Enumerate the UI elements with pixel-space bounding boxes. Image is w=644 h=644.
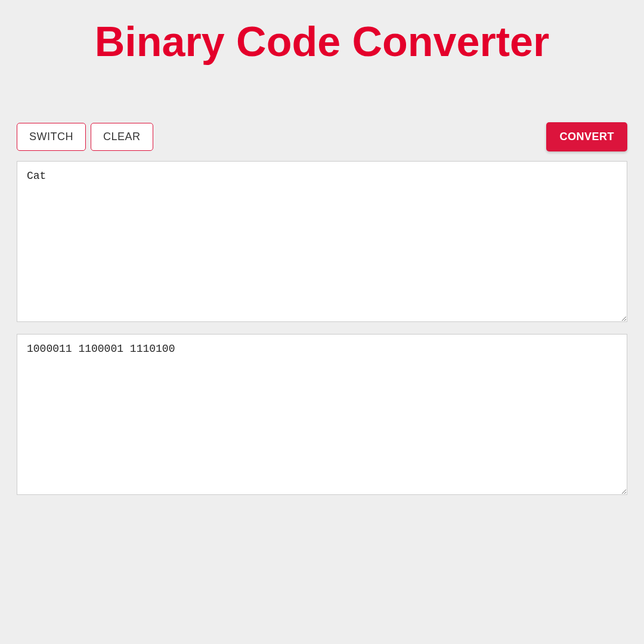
switch-button[interactable]: SWITCH xyxy=(17,123,86,151)
output-textarea[interactable] xyxy=(17,334,627,495)
button-row: SWITCH CLEAR CONVERT xyxy=(17,122,627,151)
page-title: Binary Code Converter xyxy=(0,0,644,66)
convert-button[interactable]: CONVERT xyxy=(546,122,627,151)
main-container: SWITCH CLEAR CONVERT xyxy=(0,122,644,507)
input-textarea[interactable] xyxy=(17,161,627,322)
left-button-group: SWITCH CLEAR xyxy=(17,123,153,151)
clear-button[interactable]: CLEAR xyxy=(91,123,153,151)
